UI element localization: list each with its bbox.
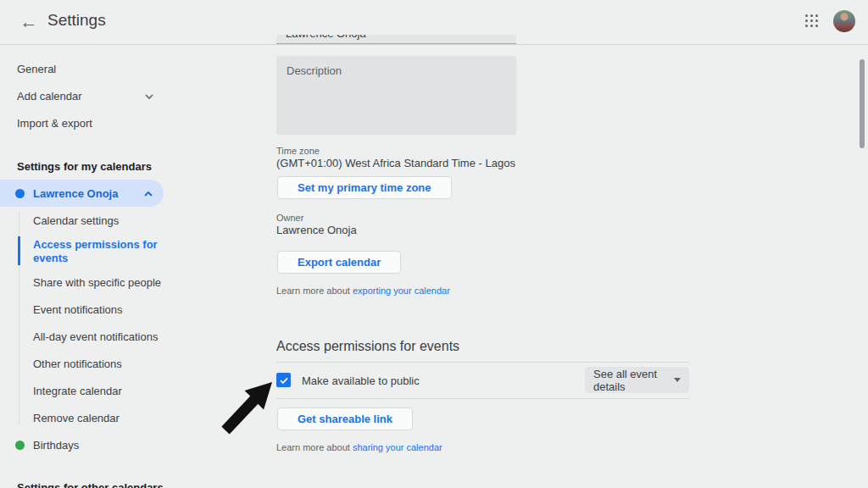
event-visibility-dropdown[interactable]: See all event details [585, 367, 689, 393]
sidebar-item-share-specific-people[interactable]: Share with specific people [33, 276, 161, 290]
dropdown-arrow-icon [674, 378, 681, 382]
exporting-your-calendar-link[interactable]: exporting your calendar [353, 286, 450, 296]
vertical-scrollbar-thumb[interactable] [860, 59, 865, 148]
timezone-label: Time zone [276, 146, 320, 156]
divider [276, 398, 689, 399]
owner-value: Lawrence Onoja [276, 224, 357, 236]
sidebar-item-integrate-calendar[interactable]: Integrate calendar [33, 385, 122, 398]
calendar-color-dot [15, 189, 25, 198]
sidebar-section-my-calendars: Settings for my calendars [17, 160, 152, 173]
make-available-public-label: Make available to public [302, 374, 420, 387]
get-shareable-link-button[interactable]: Get shareable link [277, 408, 413, 430]
checkmark-icon [279, 375, 289, 385]
description-input[interactable]: Description [276, 56, 516, 135]
timezone-value: (GMT+01:00) West Africa Standard Time - … [276, 157, 515, 169]
sidebar-item-access-permissions[interactable]: Access permissions for events [33, 238, 160, 265]
export-learn-more-text: Learn more about exporting your calendar [276, 286, 450, 296]
sidebar-item-all-day-event-notifications[interactable]: All-day event notifications [33, 330, 158, 344]
sidebar-item-event-notifications[interactable]: Event notifications [33, 303, 123, 317]
sharing-your-calendar-link[interactable]: sharing your calendar [353, 442, 442, 452]
sidebar-item-calendar-settings[interactable]: Calendar settings [33, 214, 119, 228]
learn-more-prefix: Learn more about [276, 442, 353, 452]
sidebar-item-import-export[interactable]: Import & export [17, 117, 92, 130]
sidebar-item-lawrence-onoja[interactable]: Lawrence Onoja [33, 187, 118, 200]
make-available-public-checkbox[interactable] [276, 373, 291, 387]
event-visibility-value: See all event details [593, 368, 667, 393]
owner-label: Owner [276, 213, 303, 223]
user-avatar[interactable] [833, 10, 855, 32]
page-title: Settings [47, 11, 106, 30]
sidebar-item-birthdays[interactable]: Birthdays [33, 439, 79, 452]
access-permissions-heading: Access permissions for events [276, 339, 459, 354]
chevron-up-icon[interactable] [143, 189, 153, 199]
birthdays-color-dot [15, 441, 25, 450]
set-primary-timezone-button[interactable]: Set my primary time zone [277, 176, 452, 199]
divider [276, 362, 689, 363]
sidebar-section-other-calendars: Settings for other calendars [17, 481, 164, 488]
calendar-name-field[interactable]: Lawrence Onoja [276, 35, 516, 44]
sidebar-rail-active-indicator [18, 236, 20, 265]
sidebar-item-add-calendar[interactable]: Add calendar [17, 90, 82, 103]
share-learn-more-text: Learn more about sharing your calendar [276, 442, 442, 452]
google-apps-grid-icon[interactable] [805, 14, 820, 29]
learn-more-prefix: Learn more about [276, 286, 353, 296]
sidebar-item-remove-calendar[interactable]: Remove calendar [33, 412, 120, 425]
export-calendar-button[interactable]: Export calendar [277, 251, 401, 274]
sidebar-item-general[interactable]: General [17, 63, 56, 75]
chevron-down-icon[interactable] [144, 92, 154, 102]
back-arrow-icon[interactable]: ← [15, 9, 42, 36]
calendar-name-value: Lawrence Onoja [286, 35, 366, 40]
sidebar-item-other-notifications[interactable]: Other notifications [33, 358, 122, 371]
